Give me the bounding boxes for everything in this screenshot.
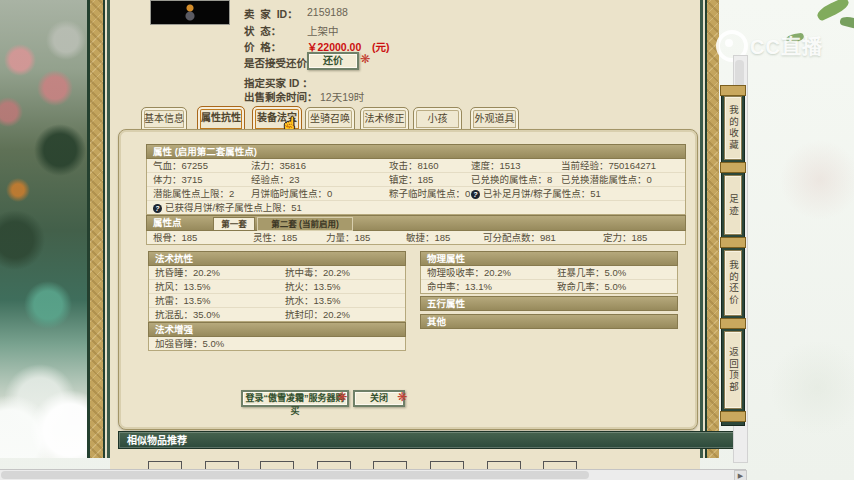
spell-enhance-section: 法术增强 加强昏睡：5.0% [148, 322, 406, 351]
stat-exchanged-potential: 已兑换潜能属性点：0 [561, 173, 685, 186]
physical-header: 物理属性 [420, 251, 678, 266]
bargain-button[interactable]: 还价 [307, 52, 359, 70]
physical-hit: 命中率：13.1% [427, 280, 557, 293]
physical-crit: 致命几率：5.0% [557, 280, 677, 293]
background-blob [770, 340, 854, 435]
attributes-row: 气血：67255 法力：35816 攻击：8160 速度：1513 当前经验：7… [147, 159, 685, 172]
seller-id-label: 卖 家 ID： [244, 6, 298, 21]
attributes-row: 体力：3715 经验点：23 镇定：185 已兑换的属性点：8 已兑换潜能属性点… [147, 172, 685, 186]
buy-on-server-button[interactable]: 登录“傲雪凌霜”服务器购买 [241, 390, 349, 407]
tab-spell-correction[interactable]: 法术修正 [360, 107, 409, 131]
resist-seal: 抗封印：20.2% [285, 308, 405, 321]
resist-chaos: 抗混乱：35.0% [155, 308, 285, 321]
cc-live-watermark: CC直播 [750, 31, 823, 60]
help-icon[interactable]: ? [153, 204, 162, 213]
fantasy-landscape-art [0, 0, 87, 458]
stat-speed: 速度：1513 [471, 159, 561, 172]
resist-wind: 抗风：13.5% [155, 280, 285, 293]
toolbar-cap [720, 85, 746, 96]
status-value: 上架中 [307, 23, 339, 38]
resist-poison: 抗中毒：20.2% [285, 266, 405, 279]
remain-time-value: 12天19时 [320, 89, 364, 104]
sidebar-item-favorites[interactable]: 我的收藏 [724, 96, 742, 160]
tab-child[interactable]: 小孩 [413, 107, 462, 131]
attributes-section-header: 属性 (启用第二套属性点) [146, 144, 686, 159]
sidebar-item-back-to-top[interactable]: 返回顶部 [724, 331, 742, 409]
resist-thunder: 抗雷：13.5% [155, 294, 285, 307]
tab-appearance-items[interactable]: 外观道具 [470, 107, 519, 131]
sidebar-item-my-bargains[interactable]: 我的还价 [724, 250, 742, 316]
page: CC直播 卖 家 ID： 2159188 状 态： 上架中 价 格： ￥2200… [0, 0, 854, 480]
tab-mount-summon[interactable]: 坐骑召唤兽 [305, 107, 355, 131]
other-section: 其他 [420, 314, 678, 329]
resist-water: 抗水：13.5% [285, 294, 405, 307]
enhance-sleep: 加强昏睡：5.0% [155, 338, 224, 349]
stat-mooncake-points: 月饼临时属性点：0 [251, 187, 389, 200]
stat-exchanged-points: 已兑换的属性点：8 [471, 173, 561, 186]
attributes-row: ?已获得月饼/粽子属性点上限：51 [147, 200, 685, 214]
point-strength: 力量：185 [326, 231, 406, 244]
physical-row: 命中率：13.1% 致命几率：5.0% [421, 279, 677, 293]
seal-icon: ❋ [360, 53, 370, 65]
stat-composure: 镇定：185 [389, 173, 471, 186]
attribute-points-title: 属性点 [153, 217, 182, 228]
physical-row: 物理吸收率：20.2% 狂暴几率：5.0% [421, 266, 677, 279]
point-root: 根骨：185 [153, 231, 253, 244]
point-agility: 敏捷：185 [406, 231, 483, 244]
toolbar-knot [720, 318, 746, 329]
point-assignable: 可分配点数：981 [483, 231, 603, 244]
seller-id-value: 2159188 [307, 6, 348, 18]
points-tab-set1[interactable]: 第一套 [213, 217, 255, 230]
remain-time-label: 出售剩余时间： [244, 89, 318, 104]
five-elements-header: 五行属性 [420, 296, 678, 311]
spell-enhance-header: 法术增强 [148, 322, 406, 337]
toolbar-knot [720, 237, 746, 248]
physical-section: 物理属性 物理吸收率：20.2% 狂暴几率：5.0% 命中率：13.1% 致命几… [420, 251, 678, 294]
five-elements-section: 五行属性 [420, 296, 678, 311]
stat-potential-cap: 潜能属性点上限：2 [153, 187, 251, 200]
frame-left-strip [90, 0, 103, 458]
similar-items-bar: 相似物品推荐 [118, 431, 740, 449]
buyer-id-label: 指定买家 ID ： [244, 75, 313, 90]
frame-right-strip [707, 0, 719, 458]
toolbar-knot [720, 162, 746, 173]
toolbar-cap [720, 411, 746, 422]
scroll-right-arrow-icon[interactable]: ▶ [734, 470, 747, 480]
price-label: 价 格： [244, 39, 281, 54]
item-portrait [150, 0, 230, 25]
seal-icon: ❋ [337, 391, 347, 403]
price-unit: (元) [372, 39, 390, 54]
attributes-row: 潜能属性点上限：2 月饼临时属性点：0 粽子临时属性点：0 ?已补足月饼/粽子属… [147, 186, 685, 200]
stat-exp-points: 经验点：23 [251, 173, 389, 186]
point-willpower: 定力：185 [603, 231, 685, 244]
point-spirit: 灵性：185 [253, 231, 326, 244]
stat-festival-cap: ?已获得月饼/粽子属性点上限：51 [153, 202, 302, 213]
resist-row: 抗雷：13.5% 抗水：13.5% [149, 293, 405, 307]
spell-resist-section: 法术抗性 抗昏睡：20.2% 抗中毒：20.2% 抗风：13.5% 抗火：13.… [148, 251, 406, 322]
points-tab-set2[interactable]: 第二套 (当前启用) [257, 217, 353, 231]
other-header: 其他 [420, 314, 678, 329]
resist-row: 抗混乱：35.0% 抗封印：20.2% [149, 307, 405, 321]
points-row: 根骨：185 灵性：185 力量：185 敏捷：185 可分配点数：981 定力… [147, 231, 685, 244]
stat-zongzi-points: 粽子临时属性点：0 [389, 187, 471, 200]
stat-hp: 气血：67255 [153, 159, 251, 172]
resist-fire: 抗火：13.5% [285, 280, 405, 293]
spell-resist-header: 法术抗性 [148, 251, 406, 266]
physical-absorb: 物理吸收率：20.2% [427, 266, 557, 279]
physical-frenzy: 狂暴几率：5.0% [557, 266, 677, 279]
horizontal-scrollbar-thumb[interactable] [1, 471, 589, 479]
resist-row: 抗风：13.5% 抗火：13.5% [149, 279, 405, 293]
enhance-row: 加强昏睡：5.0% [149, 337, 405, 350]
leaf-decoration [839, 15, 854, 31]
sidebar-item-footprints[interactable]: 足迹 [724, 175, 742, 235]
stat-mp: 法力：35816 [251, 159, 389, 172]
stat-exp: 当前经验：750164271 [561, 159, 685, 172]
stat-topped-up: ?已补足月饼/粽子属性点：51 [471, 187, 685, 200]
help-icon[interactable]: ? [471, 190, 480, 199]
resist-sleep: 抗昏睡：20.2% [155, 266, 285, 279]
resist-row: 抗昏睡：20.2% 抗中毒：20.2% [149, 266, 405, 279]
stat-atk: 攻击：8160 [389, 159, 471, 172]
stat-stamina: 体力：3715 [153, 173, 251, 186]
status-label: 状 态： [244, 23, 281, 38]
tab-basic-info[interactable]: 基本信息 [141, 107, 187, 131]
